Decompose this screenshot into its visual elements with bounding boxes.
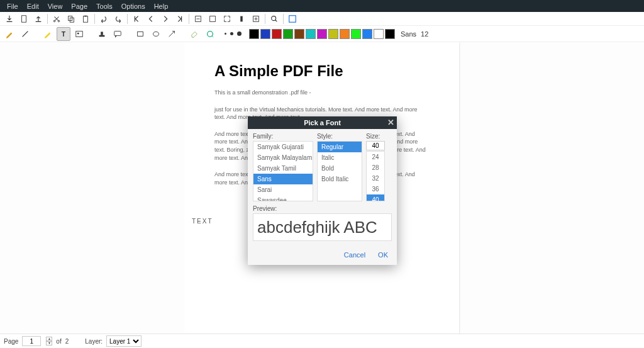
new-doc-icon[interactable] bbox=[17, 12, 31, 26]
list-item[interactable]: 32 bbox=[367, 173, 384, 184]
svg-rect-8 bbox=[210, 16, 216, 21]
copy-icon[interactable] bbox=[64, 12, 78, 26]
comment-tool-icon[interactable] bbox=[111, 27, 125, 41]
menu-view[interactable]: View bbox=[43, 1, 67, 11]
list-item[interactable]: Bold bbox=[318, 163, 362, 174]
undo-icon[interactable] bbox=[97, 12, 111, 26]
color-swatch-1[interactable] bbox=[260, 29, 270, 39]
linewidth-1-icon[interactable] bbox=[225, 33, 226, 35]
size-label: Size: bbox=[366, 133, 385, 140]
linewidth-2-icon[interactable] bbox=[230, 32, 233, 35]
arrow-tool-icon[interactable] bbox=[165, 27, 179, 41]
list-item[interactable]: Sarai bbox=[253, 184, 313, 195]
ok-button[interactable]: OK bbox=[378, 251, 388, 259]
ellipse-tool-icon[interactable] bbox=[149, 27, 163, 41]
family-label: Family: bbox=[253, 133, 313, 140]
color-swatch-11[interactable] bbox=[374, 29, 384, 39]
color-swatch-3[interactable] bbox=[283, 29, 293, 39]
color-swatch-0[interactable] bbox=[249, 29, 259, 39]
size-list[interactable]: 242832364048 bbox=[366, 151, 385, 201]
font-preview: abcdefghijk ABC bbox=[253, 213, 392, 241]
rect-tool-icon[interactable] bbox=[133, 27, 147, 41]
list-item[interactable]: Samyak Gujarati bbox=[253, 142, 313, 152]
page-down-icon[interactable]: ▾ bbox=[46, 341, 52, 345]
first-page-icon[interactable] bbox=[130, 12, 143, 26]
menu-file[interactable]: File bbox=[3, 1, 23, 11]
list-item[interactable]: 28 bbox=[367, 162, 384, 173]
zoom-out-icon[interactable] bbox=[191, 12, 205, 26]
select-tool-icon[interactable] bbox=[203, 27, 217, 41]
list-item[interactable]: Sawasdee bbox=[253, 195, 313, 201]
zoom-fit-icon[interactable] bbox=[206, 12, 219, 26]
eraser-tool-icon[interactable] bbox=[187, 27, 201, 41]
open-icon[interactable] bbox=[3, 12, 16, 26]
svg-rect-0 bbox=[22, 15, 26, 22]
page-total: 2 bbox=[65, 338, 69, 345]
list-item[interactable]: Italic bbox=[318, 152, 362, 163]
color-swatch-10[interactable] bbox=[362, 29, 372, 39]
search-icon[interactable] bbox=[267, 12, 281, 26]
list-item[interactable]: 40 bbox=[367, 194, 384, 201]
layer-select[interactable]: Layer 1 bbox=[106, 335, 142, 347]
menu-edit[interactable]: Edit bbox=[23, 1, 43, 11]
annotation-toolbar: T Sans 12 bbox=[0, 26, 644, 42]
linewidth-3-icon[interactable] bbox=[237, 31, 242, 36]
font-size-display[interactable]: 12 bbox=[421, 30, 428, 38]
doc-para-1: This is a small demonstration .pdf file … bbox=[214, 89, 429, 97]
color-swatch-6[interactable] bbox=[317, 29, 327, 39]
svg-point-11 bbox=[272, 16, 276, 20]
color-swatch-5[interactable] bbox=[306, 29, 316, 39]
font-name-display[interactable]: Sans bbox=[401, 30, 416, 38]
list-item[interactable]: Regular bbox=[318, 142, 362, 152]
menu-help[interactable]: Help bbox=[150, 1, 173, 11]
size-input[interactable] bbox=[366, 141, 385, 150]
list-item[interactable]: Samyak Malayalam bbox=[253, 152, 313, 163]
svg-rect-5 bbox=[84, 16, 88, 22]
list-item[interactable]: 24 bbox=[367, 152, 384, 162]
highlight-tool-icon[interactable] bbox=[41, 27, 55, 41]
list-item[interactable]: 36 bbox=[367, 184, 384, 194]
color-swatch-9[interactable] bbox=[351, 29, 361, 39]
zoom-page-icon[interactable] bbox=[220, 12, 234, 26]
menu-tools[interactable]: Tools bbox=[92, 1, 117, 11]
zoom-width-icon[interactable] bbox=[235, 12, 248, 26]
menu-options[interactable]: Options bbox=[117, 1, 150, 11]
redo-icon[interactable] bbox=[111, 12, 125, 26]
text-tool-icon[interactable]: T bbox=[57, 27, 70, 41]
pen-tool-icon[interactable] bbox=[3, 27, 16, 41]
text-annotation[interactable]: TEXT bbox=[192, 218, 213, 225]
stamp-tool-icon[interactable] bbox=[95, 27, 109, 41]
page-up-icon[interactable]: ▴ bbox=[46, 337, 52, 341]
style-label: Style: bbox=[317, 133, 362, 140]
dialog-title-bar[interactable]: Pick a Font ✕ bbox=[248, 116, 397, 129]
list-item[interactable]: Bold Italic bbox=[318, 174, 362, 184]
color-swatch-7[interactable] bbox=[328, 29, 338, 39]
color-swatch-4[interactable] bbox=[294, 29, 304, 39]
last-page-icon[interactable] bbox=[173, 12, 187, 26]
color-swatch-2[interactable] bbox=[272, 29, 282, 39]
menu-page[interactable]: Page bbox=[67, 1, 92, 11]
color-swatch-12[interactable] bbox=[385, 29, 395, 39]
fullscreen-icon[interactable] bbox=[286, 12, 299, 26]
style-list[interactable]: RegularItalicBoldBold Italic bbox=[317, 141, 362, 201]
close-icon[interactable]: ✕ bbox=[387, 118, 394, 127]
cancel-button[interactable]: Cancel bbox=[344, 251, 365, 259]
layer-label: Layer: bbox=[85, 338, 103, 345]
page-input[interactable] bbox=[22, 336, 41, 346]
color-swatch-8[interactable] bbox=[340, 29, 350, 39]
next-page-icon[interactable] bbox=[158, 12, 172, 26]
svg-rect-18 bbox=[114, 31, 121, 35]
image-tool-icon[interactable] bbox=[72, 27, 86, 41]
line-tool-icon[interactable] bbox=[18, 27, 32, 41]
family-list[interactable]: Samyak GujaratiSamyak MalayalamSamyak Ta… bbox=[253, 141, 313, 201]
save-icon[interactable] bbox=[31, 12, 45, 26]
page-label: Page bbox=[4, 338, 18, 345]
of-label: of bbox=[56, 338, 61, 345]
list-item[interactable]: Sans bbox=[253, 174, 313, 184]
list-item[interactable]: Samyak Tamil bbox=[253, 163, 313, 174]
zoom-in-icon[interactable] bbox=[249, 12, 263, 26]
prev-page-icon[interactable] bbox=[144, 12, 158, 26]
cut-icon[interactable] bbox=[50, 12, 64, 26]
menu-bar: File Edit View Page Tools Options Help bbox=[0, 0, 644, 12]
paste-icon[interactable] bbox=[79, 12, 92, 26]
